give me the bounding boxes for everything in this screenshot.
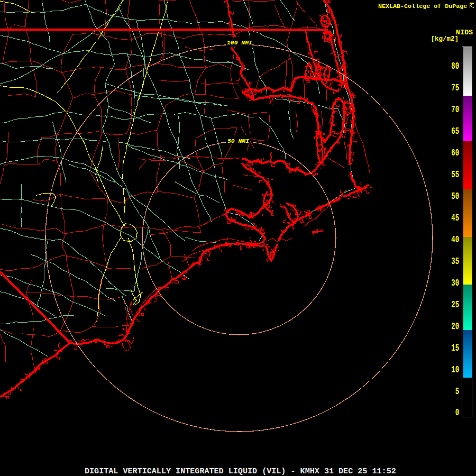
svg-text:[kg/m2]: [kg/m2] (431, 35, 459, 43)
svg-text:45: 45 (451, 213, 459, 224)
svg-text:40: 40 (451, 234, 459, 245)
svg-text:100 NMI: 100 NMI (227, 40, 252, 46)
svg-text:55: 55 (451, 169, 459, 180)
svg-text:60: 60 (451, 148, 459, 159)
svg-text:70: 70 (451, 104, 459, 115)
svg-text:30: 30 (451, 277, 459, 288)
svg-text:20: 20 (451, 321, 459, 332)
svg-text:15: 15 (451, 342, 459, 353)
svg-text:80: 80 (451, 61, 459, 72)
svg-text:50: 50 (451, 191, 459, 202)
svg-text:10: 10 (451, 364, 459, 375)
svg-text:50 NMI: 50 NMI (227, 138, 249, 144)
svg-text:35: 35 (451, 255, 459, 267)
svg-text:75: 75 (451, 83, 459, 94)
svg-text:25: 25 (451, 299, 459, 310)
svg-text:5: 5 (455, 386, 459, 397)
svg-text:65: 65 (451, 126, 459, 137)
svg-text:DIGITAL VERTICALLY INTEGRATED: DIGITAL VERTICALLY INTEGRATED LIQUID (VI… (85, 466, 396, 476)
svg-text:NEXLAB-College of DuPage: NEXLAB-College of DuPage (378, 3, 467, 10)
svg-text:0: 0 (455, 407, 459, 418)
